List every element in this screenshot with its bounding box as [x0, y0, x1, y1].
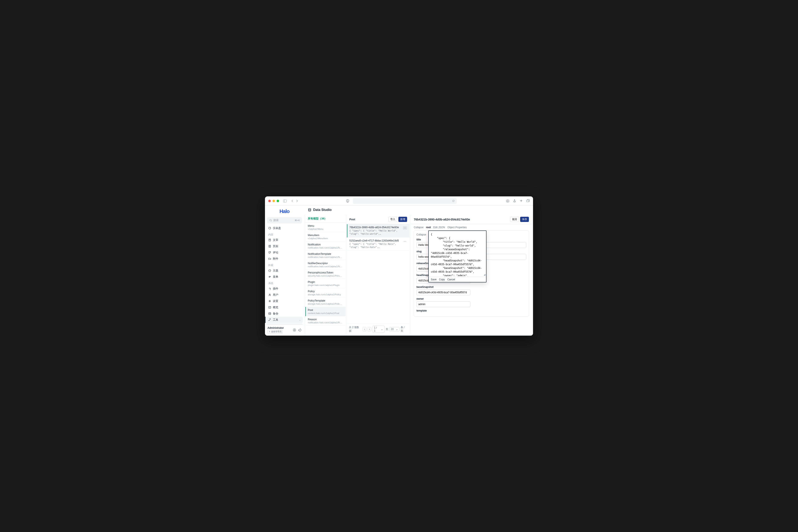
search-input[interactable]: 搜索 ⌘+K — [267, 217, 302, 223]
forward-icon[interactable] — [296, 200, 298, 203]
field-template: template — [416, 309, 526, 312]
sidebar-item-posts[interactable]: 文章 — [266, 237, 303, 243]
record-item[interactable]: 76b4321b-3990-4d0b-a624-054c8174e93e{ "s… — [347, 224, 410, 238]
model-item[interactable]: PersonalAccessTokensecurity.halo.run/v1a… — [305, 269, 346, 279]
sidebar-item-label: 概览 — [273, 305, 278, 309]
record-preview: { "spec": { "title": "Hello Halo", "slug… — [349, 243, 401, 249]
logout-icon[interactable] — [298, 328, 302, 332]
logo[interactable]: Halo — [265, 206, 304, 216]
sidebar-item-themes[interactable]: 主题 — [266, 267, 303, 274]
pagination: 共 2 项数据 ‹ › 1 / 1 ⌄ 页 20 ⌄ 条 / 页 — [347, 324, 410, 335]
folder-icon — [268, 257, 271, 260]
app: Halo 搜索 ⌘+K 仪表盘 内容 文章 页面 — [265, 206, 533, 336]
model-item[interactable]: Postcontent.halo.run/v1alpha1/Post — [305, 307, 346, 316]
search-placeholder: 搜索 — [273, 218, 279, 222]
model-title: MenuItem — [308, 234, 343, 237]
gear-icon — [268, 300, 271, 303]
sidebar-item-dashboard[interactable]: 仪表盘 — [266, 225, 303, 231]
json-save-button[interactable]: Save — [431, 278, 436, 281]
records-title: Post — [349, 218, 355, 221]
models-column: 所有模型（38） Menuv1alpha1/MenuMenuItemv1alph… — [305, 215, 346, 335]
sidebar-item-pages[interactable]: 页面 — [266, 243, 303, 249]
back-button[interactable]: 返回 — [510, 217, 519, 222]
prev-page[interactable]: ‹ — [363, 327, 366, 331]
new-tab-icon[interactable] — [520, 199, 522, 203]
import-button[interactable]: 导入 — [388, 217, 397, 222]
model-title: Reason — [308, 318, 343, 321]
more-icon[interactable]: ⋯ — [403, 226, 407, 230]
model-item[interactable]: NotificationTemplatenotification.halo.ru… — [305, 251, 346, 260]
record-title: 5152aea5-c2e8-4717-8bba-2263d46e19d5 — [349, 239, 401, 242]
crumb-root[interactable]: root — [426, 226, 431, 229]
next-page[interactable]: › — [368, 327, 372, 331]
sidebar-item-attachments[interactable]: 附件 — [266, 255, 303, 262]
sidebar-item-backup[interactable]: 备份 — [266, 310, 303, 317]
profile-icon[interactable] — [293, 328, 296, 332]
page-title: Data Studio — [313, 208, 332, 212]
url-bar[interactable] — [353, 198, 457, 204]
records-column: Post 导入 新增 76b4321b-3990-4d0b-a624-054c8… — [347, 215, 410, 335]
models-list[interactable]: Menuv1alpha1/MenuMenuItemv1alpha1/MenuIt… — [305, 223, 346, 335]
back-icon[interactable] — [291, 200, 293, 203]
model-item[interactable]: Reasonnotification.halo.run/v1alpha1/Rea… — [305, 316, 346, 326]
reload-icon[interactable] — [452, 200, 455, 202]
crumb-object-properties[interactable]: Object Properties — [448, 226, 467, 229]
sidebar-toggle-icon[interactable] — [283, 200, 287, 203]
model-item[interactable]: Policystorage.halo.run/v1alpha1/Policy — [305, 288, 346, 298]
downloads-icon[interactable] — [506, 199, 509, 203]
size-select[interactable]: 20 ⌄ — [390, 327, 399, 331]
minimize-window-icon[interactable] — [272, 200, 275, 202]
sidebar-item-label: 插件 — [273, 287, 278, 290]
record-item[interactable]: 5152aea5-c2e8-4717-8bba-2263d46e19d5{ "s… — [347, 238, 410, 251]
crumb-edit-json[interactable]: Edit JSON — [433, 226, 445, 229]
database-icon — [308, 208, 311, 212]
records-list[interactable]: 76b4321b-3990-4d0b-a624-054c8174e93e{ "s… — [347, 224, 410, 324]
model-title: PersonalAccessToken — [308, 271, 343, 274]
new-button[interactable]: 新增 — [398, 217, 407, 222]
records-header: Post 导入 新增 — [347, 215, 410, 224]
basesnapshot-input[interactable] — [416, 289, 471, 295]
owner-input[interactable] — [416, 301, 471, 307]
sidebar-item-label: 页面 — [273, 244, 278, 248]
sidebar-item-plugins[interactable]: 插件 — [266, 286, 303, 292]
close-window-icon[interactable] — [268, 200, 271, 202]
user-actions — [293, 328, 302, 332]
model-item[interactable]: Pluginplugin.halo.run/v1alpha1/Plugin — [305, 279, 346, 288]
sidebar-item-menus[interactable]: 菜单 — [266, 274, 303, 280]
resize-handle-icon[interactable] — [483, 274, 486, 276]
sidebar-item-comments[interactable]: 评论 — [266, 249, 303, 255]
save-button[interactable]: 保存 — [520, 217, 529, 222]
model-item[interactable]: Menuv1alpha1/Menu — [305, 223, 346, 232]
json-editor-textarea[interactable] — [429, 231, 486, 276]
model-sub: notification.halo.run/v1alpha1/Reason — [308, 321, 343, 324]
model-title: NotificationTemplate — [308, 252, 343, 255]
svg-point-14 — [269, 331, 270, 332]
share-icon[interactable] — [513, 199, 516, 203]
model-item[interactable]: NotifierDescriptornotification.halo.run/… — [305, 260, 346, 269]
palette-icon — [268, 269, 271, 272]
model-item[interactable]: MenuItemv1alpha1/MenuItem — [305, 232, 346, 242]
sidebar-item-settings[interactable]: 设置 — [266, 298, 303, 304]
sidebar-item-users[interactable]: 用户 — [266, 292, 303, 298]
json-copy-button[interactable]: Copy — [439, 278, 445, 281]
field-label: baseSnapshot — [416, 286, 526, 288]
json-cancel-button[interactable]: Cancel — [447, 278, 455, 281]
svg-rect-1 — [527, 200, 529, 202]
sidebar-item-overview[interactable]: 概览 — [266, 304, 303, 310]
svg-point-9 — [269, 294, 270, 295]
model-item[interactable]: PolicyTemplatestorage.halo.run/v1alpha1/… — [305, 298, 346, 307]
total-text: 共 2 项数据 — [349, 326, 361, 333]
more-icon[interactable]: ⋯ — [403, 239, 407, 243]
model-item[interactable]: Notificationnotification.halo.run/v1alph… — [305, 242, 346, 251]
crumb-collapse[interactable]: Collapse — [414, 226, 423, 229]
columns: 所有模型（38） Menuv1alpha1/MenuMenuItemv1alph… — [304, 215, 533, 336]
crumb-collapse-spec[interactable]: Collapse — [416, 233, 426, 236]
model-sub: v1alpha1/MenuItem — [308, 237, 343, 240]
sidebar-item-tools[interactable]: 工具 ⌄ — [265, 317, 303, 323]
privacy-shield-icon[interactable] — [346, 199, 349, 203]
page-select[interactable]: 1 / 1 ⌄ — [373, 326, 384, 333]
model-sub: content.halo.run/v1alpha1/Post — [308, 312, 343, 315]
maximize-window-icon[interactable] — [277, 200, 279, 202]
tabs-icon[interactable] — [526, 199, 530, 203]
plug-icon — [268, 287, 271, 290]
